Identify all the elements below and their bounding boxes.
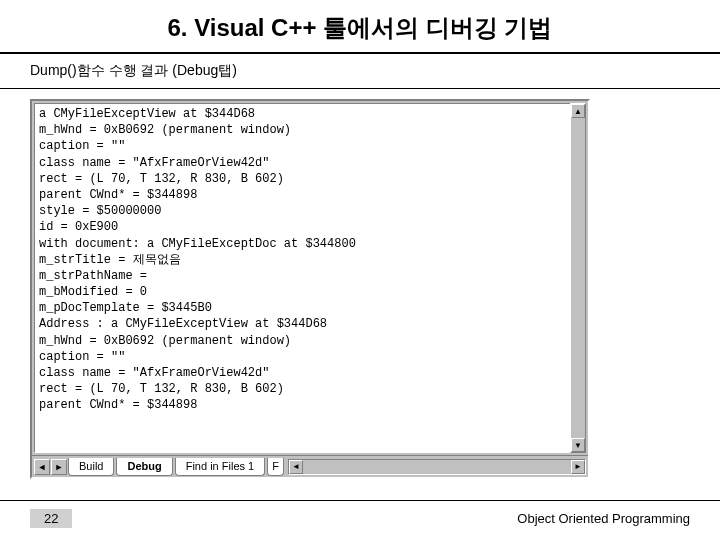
tab-extra[interactable]: F [267,458,284,476]
output-line: parent CWnd* = $344898 [39,397,581,413]
output-line: style = $50000000 [39,203,581,219]
output-line: Address : a CMyFileExceptView at $344D68 [39,316,581,332]
tab-label: Build [79,460,103,472]
horizontal-scrollbar[interactable]: ◄ ► [288,459,586,475]
output-line: caption = "" [39,349,581,365]
output-line: rect = (L 70, T 132, R 830, B 602) [39,171,581,187]
output-line: id = 0xE900 [39,219,581,235]
chevron-right-icon: ► [574,462,582,471]
slide-subtitle: Dump()함수 수행 결과 (Debug탭) [0,54,720,89]
debug-output-window: a CMyFileExceptView at $344D68m_hWnd = 0… [30,99,590,479]
output-line: m_hWnd = 0xB0692 (permanent window) [39,122,581,138]
output-line: parent CWnd* = $344898 [39,187,581,203]
tab-debug[interactable]: Debug [116,458,172,476]
debug-output-text: a CMyFileExceptView at $344D68m_hWnd = 0… [34,103,586,453]
chevron-right-icon: ► [55,462,64,472]
chevron-down-icon: ▼ [574,441,582,450]
slide-title: 6. Visual C++ 툴에서의 디버깅 기법 [0,0,720,54]
page-number: 22 [30,509,72,528]
scroll-down-button[interactable]: ▼ [571,438,585,452]
chevron-left-icon: ◄ [38,462,47,472]
output-line: class name = "AfxFrameOrView42d" [39,155,581,171]
course-name: Object Oriented Programming [517,511,690,526]
tab-find-in-files[interactable]: Find in Files 1 [175,458,265,476]
vertical-scrollbar[interactable]: ▲ ▼ [570,103,586,453]
scroll-left-button[interactable]: ◄ [289,460,303,474]
chevron-left-icon: ◄ [292,462,300,471]
content-area: a CMyFileExceptView at $344D68m_hWnd = 0… [0,89,720,500]
output-line: m_bModified = 0 [39,284,581,300]
output-line: class name = "AfxFrameOrView42d" [39,365,581,381]
scroll-up-button[interactable]: ▲ [571,104,585,118]
output-line: m_pDocTemplate = $3445B0 [39,300,581,316]
footer: 22 Object Oriented Programming [0,500,720,540]
tab-label: Debug [127,460,161,472]
tab-label: Find in Files 1 [186,460,254,472]
output-line: with document: a CMyFileExceptDoc at $34… [39,236,581,252]
output-line: m_strTitle = 제목없음 [39,252,581,268]
output-line: m_strPathName = [39,268,581,284]
output-line: caption = "" [39,138,581,154]
tab-build[interactable]: Build [68,458,114,476]
output-line: rect = (L 70, T 132, R 830, B 602) [39,381,581,397]
output-line: a CMyFileExceptView at $344D68 [39,106,581,122]
tab-nav-left[interactable]: ◄ [34,459,50,475]
tab-nav-right[interactable]: ► [51,459,67,475]
tab-bar: ◄ ► Build Debug Find in Files 1 F ◄ ► [32,455,588,477]
chevron-up-icon: ▲ [574,107,582,116]
output-line: m_hWnd = 0xB0692 (permanent window) [39,333,581,349]
slide: 6. Visual C++ 툴에서의 디버깅 기법 Dump()함수 수행 결과… [0,0,720,540]
tab-label: F [272,460,279,472]
scroll-right-button[interactable]: ► [571,460,585,474]
